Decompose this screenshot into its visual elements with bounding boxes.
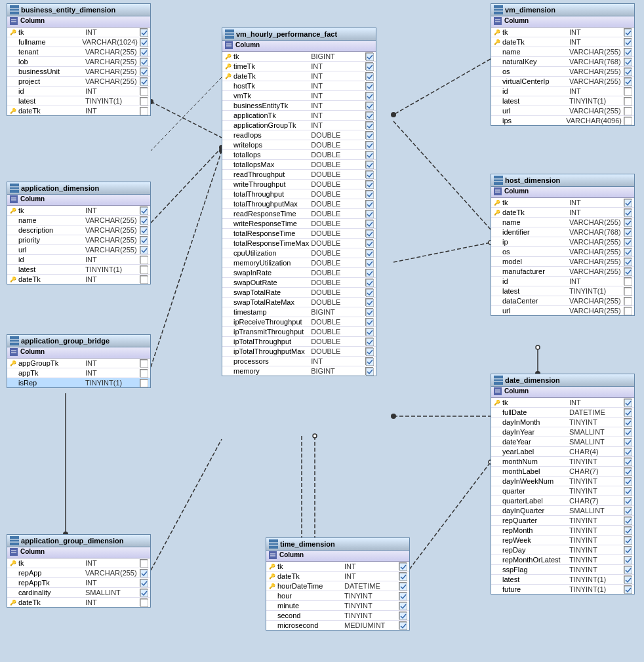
row-checkbox[interactable] [140, 28, 148, 36]
row-checkbox[interactable] [365, 229, 373, 237]
row-checkbox[interactable] [624, 248, 632, 256]
row-checkbox[interactable] [365, 170, 373, 178]
row-checkbox[interactable] [140, 275, 148, 283]
row-checkbox[interactable] [140, 265, 148, 273]
row-checkbox[interactable] [399, 612, 407, 619]
row-checkbox[interactable] [624, 267, 632, 275]
row-checkbox[interactable] [365, 269, 373, 277]
row-checkbox[interactable] [624, 117, 632, 125]
row-checkbox[interactable] [624, 536, 632, 544]
row-checkbox[interactable] [365, 328, 373, 336]
row-checkbox[interactable] [365, 111, 373, 119]
row-checkbox[interactable] [399, 582, 407, 590]
row-checkbox[interactable] [365, 249, 373, 257]
row-checkbox[interactable] [140, 68, 148, 75]
row-checkbox[interactable] [624, 238, 632, 246]
row-checkbox[interactable] [624, 38, 632, 46]
row-checkbox[interactable] [365, 161, 373, 168]
row-checkbox[interactable] [365, 141, 373, 149]
row-checkbox[interactable] [624, 68, 632, 75]
row-checkbox[interactable] [365, 210, 373, 218]
row-checkbox[interactable] [365, 151, 373, 159]
row-checkbox[interactable] [399, 572, 407, 580]
row-checkbox[interactable] [624, 48, 632, 56]
row-checkbox[interactable] [365, 131, 373, 139]
row-checkbox[interactable] [399, 592, 407, 600]
row-checkbox[interactable] [624, 438, 632, 446]
row-checkbox[interactable] [624, 458, 632, 465]
row-checkbox[interactable] [140, 236, 148, 244]
row-checkbox[interactable] [140, 598, 148, 606]
row-checkbox[interactable] [140, 589, 148, 596]
row-checkbox[interactable] [365, 347, 373, 355]
row-checkbox[interactable] [624, 258, 632, 265]
row-checkbox[interactable] [140, 226, 148, 234]
row-checkbox[interactable] [624, 297, 632, 305]
row-checkbox[interactable] [140, 107, 148, 115]
row-checkbox[interactable] [624, 408, 632, 416]
row-checkbox[interactable] [624, 28, 632, 36]
row-checkbox[interactable] [624, 467, 632, 475]
row-checkbox[interactable] [140, 559, 148, 567]
row-checkbox[interactable] [624, 556, 632, 564]
row-checkbox[interactable] [365, 338, 373, 345]
row-checkbox[interactable] [140, 246, 148, 254]
row-checkbox[interactable] [399, 621, 407, 629]
row-checkbox[interactable] [365, 298, 373, 306]
row-checkbox[interactable] [624, 107, 632, 115]
row-checkbox[interactable] [365, 308, 373, 316]
row-checkbox[interactable] [365, 259, 373, 267]
row-checkbox[interactable] [624, 566, 632, 574]
row-checkbox[interactable] [365, 288, 373, 296]
row-checkbox[interactable] [365, 367, 373, 375]
row-checkbox[interactable] [624, 58, 632, 66]
row-checkbox[interactable] [365, 62, 373, 70]
row-checkbox[interactable] [140, 256, 148, 263]
row-checkbox[interactable] [624, 87, 632, 95]
row-checkbox[interactable] [140, 359, 148, 367]
row-checkbox[interactable] [365, 121, 373, 129]
row-checkbox[interactable] [140, 87, 148, 95]
row-checkbox[interactable] [624, 199, 632, 206]
row-checkbox[interactable] [624, 218, 632, 226]
row-checkbox[interactable] [365, 52, 373, 60]
row-checkbox[interactable] [365, 190, 373, 198]
row-checkbox[interactable] [624, 575, 632, 583]
row-checkbox[interactable] [140, 97, 148, 105]
row-checkbox[interactable] [624, 418, 632, 426]
row-checkbox[interactable] [140, 77, 148, 85]
row-checkbox[interactable] [624, 77, 632, 85]
row-checkbox[interactable] [624, 497, 632, 505]
row-checkbox[interactable] [624, 448, 632, 456]
row-checkbox[interactable] [140, 216, 148, 224]
row-checkbox[interactable] [624, 487, 632, 495]
row-checkbox[interactable] [624, 228, 632, 236]
row-checkbox[interactable] [624, 546, 632, 554]
row-checkbox[interactable] [140, 58, 148, 66]
row-checkbox[interactable] [140, 206, 148, 214]
row-checkbox[interactable] [365, 92, 373, 100]
row-checkbox[interactable] [365, 239, 373, 247]
row-checkbox[interactable] [365, 318, 373, 326]
row-checkbox[interactable] [140, 38, 148, 46]
row-checkbox[interactable] [624, 287, 632, 295]
row-checkbox[interactable] [399, 562, 407, 570]
row-checkbox[interactable] [624, 208, 632, 216]
row-checkbox[interactable] [624, 507, 632, 515]
row-checkbox[interactable] [140, 48, 148, 56]
row-checkbox[interactable] [624, 399, 632, 406]
row-checkbox[interactable] [624, 277, 632, 285]
row-checkbox[interactable] [140, 569, 148, 577]
row-checkbox[interactable] [399, 602, 407, 610]
row-checkbox[interactable] [365, 180, 373, 188]
row-checkbox[interactable] [365, 200, 373, 208]
row-checkbox[interactable] [140, 379, 148, 387]
row-checkbox[interactable] [624, 97, 632, 105]
row-checkbox[interactable] [365, 357, 373, 365]
row-checkbox[interactable] [140, 369, 148, 377]
row-checkbox[interactable] [624, 477, 632, 485]
row-checkbox[interactable] [365, 82, 373, 90]
row-checkbox[interactable] [624, 585, 632, 593]
row-checkbox[interactable] [624, 307, 632, 315]
row-checkbox[interactable] [365, 102, 373, 109]
